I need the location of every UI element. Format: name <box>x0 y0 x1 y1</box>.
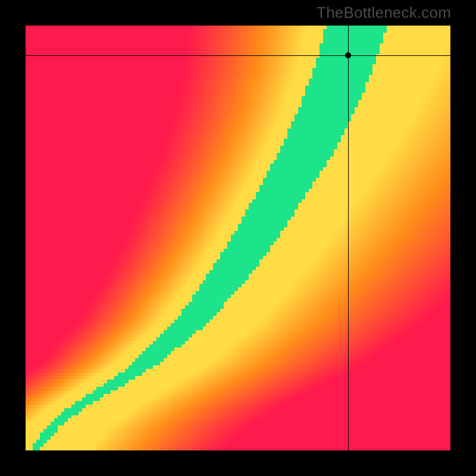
heatmap-plot <box>26 26 450 450</box>
chart-frame: TheBottleneck.com <box>0 0 476 476</box>
crosshair-vertical <box>348 26 349 450</box>
crosshair-horizontal <box>26 55 450 56</box>
selection-marker[interactable] <box>345 52 351 58</box>
heatmap-canvas <box>26 26 450 450</box>
watermark-text: TheBottleneck.com <box>317 4 451 22</box>
